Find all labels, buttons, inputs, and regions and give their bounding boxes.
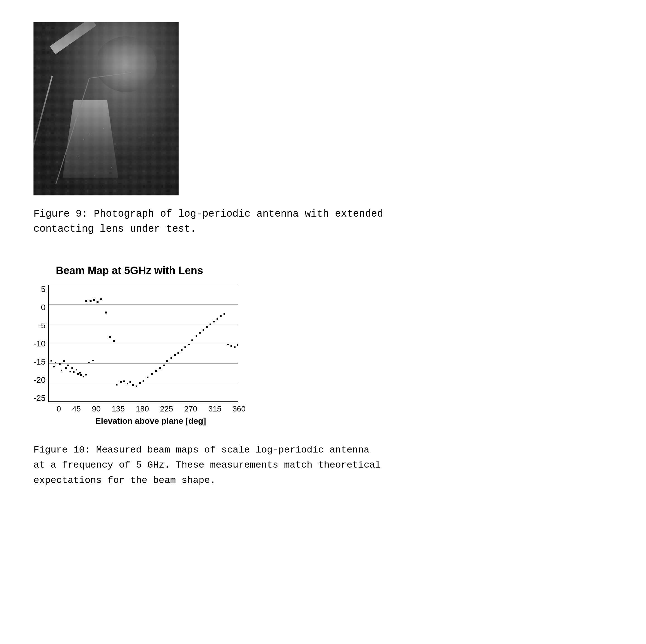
svg-rect-30 <box>85 374 87 375</box>
svg-rect-32 <box>113 340 115 342</box>
svg-rect-31 <box>109 336 111 338</box>
svg-rect-47 <box>174 354 176 356</box>
svg-rect-63 <box>230 345 232 347</box>
y-label-neg5: -5 <box>33 321 45 330</box>
figure-9-caption: Figure 9: Photograph of log-periodic ant… <box>33 206 383 237</box>
svg-rect-51 <box>188 344 190 345</box>
chart-plot-area <box>48 285 238 402</box>
y-label-neg25: -25 <box>33 394 45 402</box>
svg-rect-39 <box>142 380 144 382</box>
svg-rect-60 <box>220 315 222 317</box>
svg-rect-68 <box>65 367 67 369</box>
x-label-360: 360 <box>232 404 245 413</box>
svg-point-12 <box>78 156 79 157</box>
svg-point-10 <box>94 175 95 176</box>
x-label-315: 315 <box>208 404 222 413</box>
svg-rect-61 <box>223 313 225 314</box>
svg-point-7 <box>117 148 118 149</box>
svg-rect-66 <box>53 366 55 367</box>
chart-title: Beam Map at 5GHz with Lens <box>56 265 613 277</box>
svg-line-1 <box>56 78 89 184</box>
svg-rect-59 <box>217 318 218 319</box>
svg-rect-38 <box>139 382 141 384</box>
x-axis-container: 0 45 90 135 180 225 270 315 360 Elevatio… <box>56 404 613 426</box>
svg-rect-53 <box>196 335 197 337</box>
svg-rect-33 <box>123 380 125 382</box>
x-label-225: 225 <box>160 404 173 413</box>
y-label-neg20: -20 <box>33 376 45 384</box>
figure-9-photo <box>33 22 179 195</box>
svg-rect-27 <box>77 373 79 375</box>
svg-rect-29 <box>83 376 84 377</box>
svg-rect-19 <box>50 360 52 362</box>
svg-rect-36 <box>132 384 134 386</box>
page-content: Figure 9: Photograph of log-periodic ant… <box>33 22 613 488</box>
svg-rect-20 <box>55 362 57 363</box>
svg-rect-71 <box>88 362 90 363</box>
figure-9-section: Figure 9: Photograph of log-periodic ant… <box>33 22 613 237</box>
svg-rect-70 <box>79 372 81 373</box>
svg-rect-42 <box>155 370 157 372</box>
chart-area: 5 0 -5 -10 -15 -20 -25 <box>33 285 613 402</box>
svg-rect-55 <box>203 329 204 331</box>
x-label-0: 0 <box>57 404 61 413</box>
svg-rect-72 <box>92 360 94 361</box>
svg-rect-74 <box>120 381 122 383</box>
svg-rect-22 <box>63 360 65 362</box>
x-label-270: 270 <box>184 404 197 413</box>
svg-rect-34 <box>127 383 128 384</box>
svg-rect-73 <box>116 384 117 385</box>
svg-rect-62 <box>227 344 229 345</box>
svg-rect-69 <box>70 371 71 372</box>
x-label-90: 90 <box>92 404 100 413</box>
svg-rect-26 <box>73 371 75 373</box>
svg-rect-57 <box>210 324 211 325</box>
figure-10-caption: Figure 10: Measured beam maps of scale l… <box>33 443 564 488</box>
x-label-135: 135 <box>112 404 125 413</box>
svg-rect-49 <box>181 349 183 351</box>
svg-rect-17 <box>100 298 102 300</box>
x-label-180: 180 <box>136 404 149 413</box>
y-axis-labels: 5 0 -5 -10 -15 -20 -25 <box>33 285 45 402</box>
svg-rect-25 <box>76 369 77 370</box>
svg-rect-23 <box>67 365 69 366</box>
x-label-45: 45 <box>72 404 81 413</box>
svg-rect-35 <box>129 381 131 383</box>
svg-rect-56 <box>206 326 208 328</box>
svg-line-2 <box>89 73 131 78</box>
svg-rect-18 <box>105 311 107 313</box>
svg-point-4 <box>89 134 90 134</box>
svg-point-6 <box>84 139 84 140</box>
svg-rect-13 <box>85 300 87 302</box>
svg-point-11 <box>111 167 112 168</box>
svg-rect-16 <box>97 301 99 303</box>
x-axis-labels: 0 45 90 135 180 225 270 315 360 <box>56 404 245 413</box>
svg-rect-21 <box>59 363 61 365</box>
svg-rect-46 <box>171 357 172 359</box>
svg-rect-64 <box>234 347 235 348</box>
svg-rect-48 <box>178 352 179 354</box>
svg-point-5 <box>103 128 104 129</box>
figure-10-section: Beam Map at 5GHz with Lens 5 0 -5 -10 -1… <box>33 265 613 488</box>
svg-rect-43 <box>159 367 161 369</box>
svg-rect-24 <box>72 367 73 369</box>
svg-point-8 <box>67 161 68 163</box>
svg-rect-58 <box>213 321 215 323</box>
svg-rect-54 <box>199 332 201 334</box>
svg-rect-41 <box>151 373 153 375</box>
svg-rect-52 <box>192 340 193 341</box>
svg-rect-50 <box>185 347 186 348</box>
y-label-neg10: -10 <box>33 340 45 348</box>
chart-data-svg <box>49 285 238 401</box>
svg-rect-44 <box>163 365 165 366</box>
svg-rect-45 <box>166 360 168 362</box>
svg-rect-14 <box>90 300 92 302</box>
y-label-neg15: -15 <box>33 358 45 366</box>
svg-point-3 <box>75 119 76 120</box>
chart-wrapper: Beam Map at 5GHz with Lens 5 0 -5 -10 -1… <box>33 265 613 426</box>
svg-rect-67 <box>61 370 62 371</box>
y-label-0: 0 <box>33 303 45 311</box>
svg-rect-65 <box>237 344 238 346</box>
svg-rect-15 <box>93 299 95 301</box>
svg-rect-37 <box>136 385 137 387</box>
